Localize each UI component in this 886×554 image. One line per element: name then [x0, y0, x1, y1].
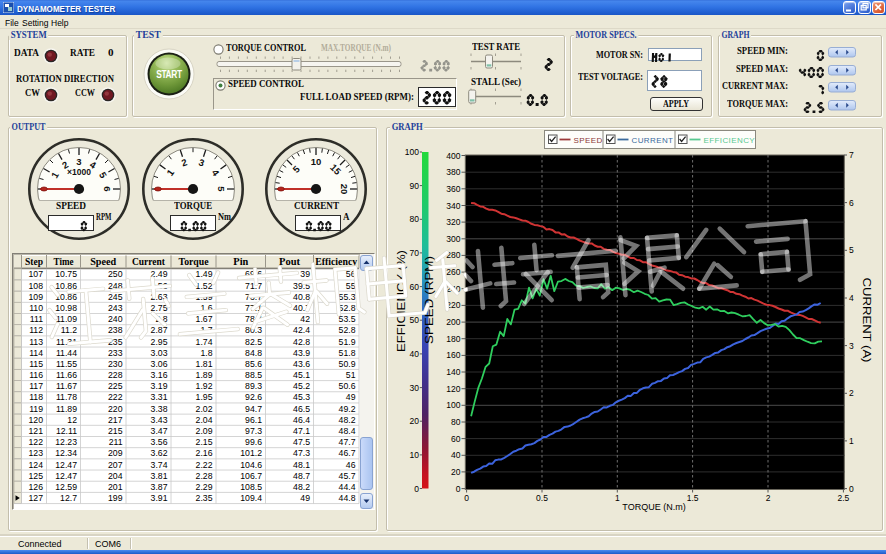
svg-text:2.04: 2.04 [196, 415, 213, 425]
svg-text:230: 230 [108, 359, 123, 369]
svg-text:94.7: 94.7 [245, 404, 262, 414]
svg-text:120: 120 [446, 384, 460, 394]
svg-text:2.49: 2.49 [151, 269, 168, 279]
svg-text:11.09: 11.09 [56, 314, 77, 324]
svg-text:5: 5 [849, 245, 854, 255]
svg-text:12.59: 12.59 [55, 482, 77, 492]
svg-text:50: 50 [410, 315, 420, 325]
svg-text:EFFICIENCY (%): EFFICIENCY (%) [395, 250, 407, 352]
svg-text:47.7: 47.7 [339, 437, 356, 447]
svg-text:7: 7 [849, 150, 854, 160]
svg-text:5: 5 [216, 186, 227, 192]
svg-text:1.89: 1.89 [196, 370, 213, 380]
svg-text:6: 6 [102, 186, 113, 191]
svg-text:47.5: 47.5 [293, 437, 310, 447]
svg-text:125: 125 [29, 471, 44, 481]
svg-text:124: 124 [29, 460, 44, 470]
svg-text:118: 118 [29, 392, 43, 402]
svg-text:11.2: 11.2 [61, 325, 77, 335]
svg-text:11.89: 11.89 [56, 404, 77, 414]
svg-text:48.2: 48.2 [293, 482, 310, 492]
svg-text:39.5: 39.5 [293, 281, 310, 291]
svg-text:3.31: 3.31 [151, 392, 168, 402]
svg-text:42: 42 [300, 314, 310, 324]
svg-text:11.67: 11.67 [56, 381, 77, 391]
svg-text:109.4: 109.4 [240, 493, 262, 503]
svg-text:12.47: 12.47 [55, 471, 77, 481]
svg-text:235: 235 [108, 337, 123, 347]
svg-text:2.22: 2.22 [196, 460, 213, 470]
svg-text:12.34: 12.34 [55, 448, 77, 458]
svg-text:260: 260 [446, 267, 460, 277]
svg-text:46.5: 46.5 [293, 404, 310, 414]
svg-text:112: 112 [29, 325, 43, 335]
svg-text:215: 215 [108, 426, 123, 436]
svg-text:3: 3 [76, 156, 81, 167]
svg-text:114: 114 [29, 348, 43, 358]
svg-text:245: 245 [108, 292, 123, 302]
svg-text:46.7: 46.7 [339, 448, 356, 458]
svg-text:52.8: 52.8 [339, 325, 356, 335]
svg-text:85.6: 85.6 [245, 359, 262, 369]
svg-text:60: 60 [451, 434, 461, 444]
svg-text:11.31: 11.31 [56, 337, 77, 347]
svg-text:12.47: 12.47 [55, 460, 77, 470]
svg-text:78.4: 78.4 [245, 314, 262, 324]
svg-text:123: 123 [29, 448, 44, 458]
svg-text:97.3: 97.3 [245, 426, 262, 436]
svg-text:43.9: 43.9 [293, 348, 310, 358]
svg-text:10.86: 10.86 [55, 281, 77, 291]
svg-text:12.11: 12.11 [56, 426, 77, 436]
svg-text:60: 60 [410, 282, 420, 292]
svg-text:11.78: 11.78 [56, 392, 77, 402]
svg-text:6: 6 [849, 198, 854, 208]
svg-text:×1000: ×1000 [67, 167, 91, 177]
svg-text:Torque: Torque [179, 256, 209, 267]
svg-text:0: 0 [464, 493, 469, 503]
svg-text:2.16: 2.16 [196, 448, 213, 458]
svg-text:45.1: 45.1 [293, 370, 310, 380]
svg-text:4: 4 [849, 293, 854, 303]
svg-text:90: 90 [410, 181, 420, 191]
svg-text:Current: Current [132, 256, 165, 267]
svg-text:360: 360 [446, 184, 460, 194]
svg-text:SPEED (RPM): SPEED (RPM) [423, 256, 435, 344]
svg-text:1: 1 [615, 493, 620, 503]
svg-text:48.7: 48.7 [293, 471, 310, 481]
svg-text:2.63: 2.63 [151, 292, 168, 302]
svg-text:12.7: 12.7 [60, 493, 77, 503]
svg-text:44.8: 44.8 [339, 493, 356, 503]
svg-text:160: 160 [446, 350, 460, 360]
svg-text:116: 116 [29, 370, 43, 380]
svg-text:201: 201 [108, 482, 123, 492]
svg-text:233: 233 [108, 348, 123, 358]
svg-text:3.03: 3.03 [151, 348, 168, 358]
svg-text:1.8: 1.8 [200, 348, 212, 358]
svg-text:40: 40 [410, 349, 420, 359]
svg-text:220: 220 [446, 300, 460, 310]
svg-text:10: 10 [310, 156, 321, 167]
svg-text:380: 380 [446, 167, 460, 177]
svg-text:3.47: 3.47 [151, 426, 168, 436]
svg-text:11.66: 11.66 [56, 370, 77, 380]
svg-text:2.56: 2.56 [151, 281, 168, 291]
svg-text:100: 100 [405, 147, 419, 157]
svg-text:73.7: 73.7 [245, 292, 262, 302]
svg-text:238: 238 [108, 325, 123, 335]
svg-text:115: 115 [29, 359, 43, 369]
svg-text:TORQUE (N.m): TORQUE (N.m) [622, 502, 685, 512]
svg-text:120: 120 [29, 415, 44, 425]
svg-text:77.1: 77.1 [245, 303, 262, 313]
svg-text:127: 127 [29, 493, 44, 503]
svg-text:220: 220 [108, 404, 123, 414]
svg-text:3.91: 3.91 [151, 493, 168, 503]
svg-text:1: 1 [849, 436, 854, 446]
svg-text:1.67: 1.67 [196, 314, 213, 324]
svg-text:EFFICIENCY: EFFICIENCY [704, 136, 756, 145]
svg-text:Speed: Speed [90, 256, 116, 267]
svg-text:40.7: 40.7 [293, 303, 310, 313]
svg-text:2.87: 2.87 [151, 325, 168, 335]
svg-text:0.5: 0.5 [536, 493, 548, 503]
svg-text:12: 12 [67, 415, 77, 425]
svg-text:12.23: 12.23 [55, 437, 77, 447]
